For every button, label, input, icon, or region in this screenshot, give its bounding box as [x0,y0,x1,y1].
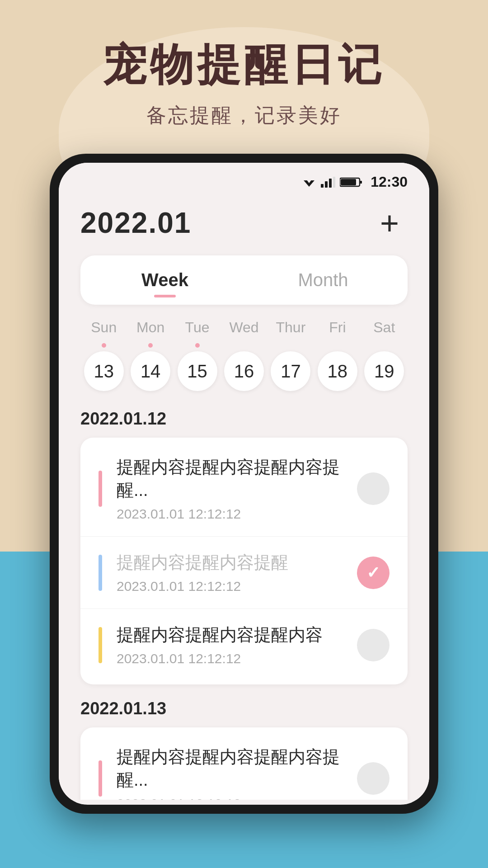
app-subtitle: 备忘提醒，记录美好 [0,102,488,129]
date-circle-15: 15 [178,351,217,391]
reminder-toggle-1[interactable] [357,472,389,505]
header-row: 2022.01 + [80,205,408,241]
reminder-item-3[interactable]: 提醒内容提醒内容提醒内容 2023.01.01 12:12:12 [80,609,408,681]
svg-rect-3 [325,181,328,188]
date-cell-16[interactable]: 16 [221,343,267,391]
date-cell-17[interactable]: 17 [267,343,314,391]
reminder-title-2: 提醒内容提醒内容提醒 [117,551,357,574]
status-icons [302,177,363,188]
svg-rect-8 [341,179,356,185]
reminder-time-2: 2023.01.01 12:12:12 [117,579,357,594]
dates-row: 13 14 15 16 [80,343,408,391]
day-sat: Sat [361,319,408,336]
phone-mockup: 12:30 2022.01 + Week [50,154,438,814]
current-date: 2022.01 [80,206,191,240]
app-title: 宠物提醒日记 [0,36,488,95]
svg-rect-5 [333,177,335,188]
date-circle-18: 18 [318,351,357,391]
svg-rect-2 [321,184,324,188]
date-cell-14[interactable]: 14 [127,343,174,391]
date-circle-19: 19 [364,351,404,391]
add-button[interactable]: + [371,205,408,241]
tab-month[interactable]: Month [244,261,402,299]
reminder-toggle-3[interactable] [357,629,389,661]
reminder-item-4[interactable]: 提醒内容提醒内容提醒内容提醒... 2023.01.01 12:12:12 [80,731,408,800]
section-date-1: 2022.01.12 [80,409,408,429]
wifi-icon [302,177,316,188]
date-circle-14: 14 [131,351,170,391]
reminder-bar-4 [99,760,102,797]
main-content: 2022.01 + Week Month [59,194,429,800]
reminder-bar-1 [99,471,102,507]
reminder-content-4: 提醒内容提醒内容提醒内容提醒... 2023.01.01 12:12:12 [117,745,357,800]
signal-icon [321,177,335,188]
tab-week-underline [154,295,176,297]
reminder-bar-2 [99,555,102,591]
svg-rect-7 [360,181,362,184]
tab-week[interactable]: Week [86,261,244,299]
reminder-content-3: 提醒内容提醒内容提醒内容 2023.01.01 12:12:12 [117,623,357,666]
date-circle-17: 17 [271,351,310,391]
battery-icon [340,177,363,188]
tabs-container: Week Month [80,255,408,305]
add-icon: + [380,207,399,239]
date-cell-13[interactable]: 13 [80,343,127,391]
reminder-bar-3 [99,627,102,663]
app-header: 宠物提醒日记 备忘提醒，记录美好 [0,36,488,129]
reminder-item-2[interactable]: 提醒内容提醒内容提醒 2023.01.01 12:12:12 ✓ [80,537,408,609]
reminder-time-3: 2023.01.01 12:12:12 [117,651,357,666]
day-sun: Sun [80,319,127,336]
date-dot-15 [195,343,200,348]
status-time: 12:30 [371,174,408,190]
reminder-time-4: 2023.01.01 12:12:12 [117,796,357,800]
reminders-section-1: 提醒内容提醒内容提醒内容提醒... 2023.01.01 12:12:12 提醒… [80,438,408,684]
day-wed: Wed [221,319,267,336]
day-headers: Sun Mon Tue Wed Thur Fri Sat [80,319,408,336]
reminder-title-4: 提醒内容提醒内容提醒内容提醒... [117,745,357,792]
date-cell-19[interactable]: 19 [361,343,408,391]
svg-rect-4 [329,179,332,188]
date-dot-13 [102,343,106,348]
date-cell-15[interactable]: 15 [174,343,221,391]
reminder-item-1[interactable]: 提醒内容提醒内容提醒内容提醒... 2023.01.01 12:12:12 [80,441,408,537]
reminder-content-1: 提醒内容提醒内容提醒内容提醒... 2023.01.01 12:12:12 [117,456,357,522]
background: 宠物提醒日记 备忘提醒，记录美好 [0,0,488,868]
day-fri: Fri [314,319,361,336]
section-date-2: 2022.01.13 [80,699,408,718]
date-circle-16: 16 [224,351,264,391]
day-mon: Mon [127,319,174,336]
reminder-content-2: 提醒内容提醒内容提醒 2023.01.01 12:12:12 [117,551,357,594]
reminder-title-3: 提醒内容提醒内容提醒内容 [117,623,357,646]
reminder-title-1: 提醒内容提醒内容提醒内容提醒... [117,456,357,502]
status-bar: 12:30 [59,163,429,194]
date-dot-14 [148,343,153,348]
date-circle-13: 13 [84,351,124,391]
reminder-toggle-2[interactable]: ✓ [357,557,389,589]
day-thur: Thur [267,319,314,336]
date-cell-18[interactable]: 18 [314,343,361,391]
reminder-time-1: 2023.01.01 12:12:12 [117,506,357,522]
reminders-section-2: 提醒内容提醒内容提醒内容提醒... 2023.01.01 12:12:12 [80,727,408,800]
reminder-toggle-4[interactable] [357,762,389,795]
check-mark-icon: ✓ [366,563,380,582]
day-tue: Tue [174,319,221,336]
phone-screen: 12:30 2022.01 + Week [59,163,429,805]
